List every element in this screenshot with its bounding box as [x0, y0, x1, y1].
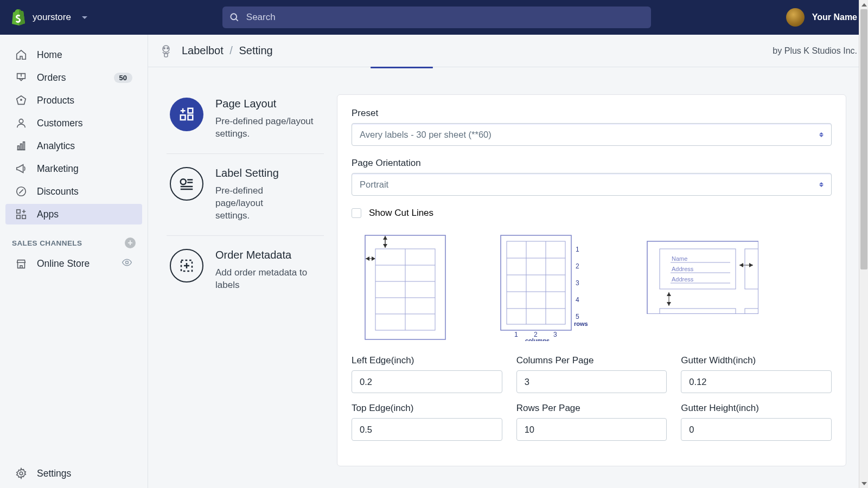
add-channel-button[interactable]: + — [125, 237, 136, 248]
preset-value: Avery labels - 30 per sheet (**60) — [360, 130, 492, 140]
left-edge-label: Left Edge(inch) — [352, 355, 502, 366]
top-edge-label: Top Edge(inch) — [352, 403, 502, 414]
svg-text:3: 3 — [553, 331, 557, 338]
gutter-width-input[interactable] — [681, 370, 832, 393]
svg-text:2: 2 — [576, 262, 579, 270]
rows-input[interactable] — [516, 418, 667, 441]
select-arrows-icon — [819, 182, 824, 187]
svg-rect-17 — [181, 115, 186, 120]
svg-text:5: 5 — [576, 313, 579, 320]
gutter-height-label: Gutter Height(inch) — [681, 403, 832, 414]
marketing-icon — [15, 163, 27, 175]
search-input[interactable] — [246, 12, 644, 23]
svg-text:columns: columns — [525, 337, 550, 341]
page-layout-icon — [170, 98, 203, 131]
svg-text:Address: Address — [672, 266, 694, 272]
svg-text:4: 4 — [576, 296, 579, 304]
svg-line-1 — [235, 19, 238, 21]
diagram-margins — [352, 233, 460, 341]
section-desc: Add order metadata to labels — [215, 267, 321, 292]
store-name: yourstore — [33, 12, 71, 23]
section-page-layout[interactable]: Page Layout Pre-defined page/layout sett… — [167, 94, 324, 154]
sidebar-label: Marketing — [37, 163, 79, 175]
section-desc: Pre-defined page/layout settings. — [215, 115, 321, 140]
svg-point-15 — [167, 47, 168, 48]
sidebar: Home Orders 50 Products Customers Analyt… — [0, 35, 148, 488]
preset-select[interactable]: Avery labels - 30 per sheet (**60) — [352, 123, 832, 146]
svg-rect-5 — [21, 144, 22, 150]
rows-label: Rows Per Page — [516, 403, 667, 414]
top-edge-input[interactable] — [352, 418, 502, 441]
orientation-select[interactable]: Portrait — [352, 173, 832, 196]
svg-text:3: 3 — [576, 279, 579, 287]
scroll-up-arrow[interactable] — [859, 0, 868, 9]
sidebar-label: Orders — [37, 72, 66, 84]
products-icon — [15, 94, 27, 106]
sidebar-item-settings[interactable]: Settings — [5, 463, 142, 484]
columns-label: Columns Per Page — [516, 355, 667, 366]
svg-point-3 — [19, 119, 23, 123]
app-byline: by Plus K Studios Inc. — [773, 46, 857, 56]
svg-point-11 — [126, 261, 129, 264]
user-name: Your Name — [812, 12, 857, 22]
sidebar-item-orders[interactable]: Orders 50 — [5, 67, 142, 88]
breadcrumb-app[interactable]: Labelbot — [182, 44, 224, 56]
caret-down-icon — [82, 16, 87, 19]
section-title: Page Layout — [215, 98, 321, 110]
svg-rect-42 — [501, 235, 571, 330]
settings-sections-nav: Page Layout Pre-defined page/layout sett… — [167, 94, 324, 466]
svg-text:Address: Address — [672, 276, 694, 282]
sidebar-item-analytics[interactable]: Analytics — [5, 136, 142, 156]
show-cut-lines-checkbox[interactable]: Show Cut Lines — [352, 208, 832, 219]
svg-point-14 — [164, 47, 165, 48]
layout-diagrams: 1 2 3 4 5 rows 1 2 3 columns — [352, 233, 832, 341]
gear-icon — [15, 467, 27, 479]
scroll-down-arrow[interactable] — [859, 479, 868, 488]
sidebar-item-discounts[interactable]: Discounts — [5, 181, 142, 202]
gutter-height-input[interactable] — [681, 418, 832, 441]
sidebar-label: Apps — [37, 209, 59, 220]
sidebar-item-products[interactable]: Products — [5, 90, 142, 111]
sidebar-item-customers[interactable]: Customers — [5, 113, 142, 133]
select-arrows-icon — [819, 132, 824, 137]
sidebar-label: Analytics — [37, 140, 75, 152]
sales-channels-label: SALES CHANNELS — [12, 239, 82, 247]
sidebar-item-home[interactable]: Home — [5, 44, 142, 65]
vertical-scrollbar[interactable] — [859, 0, 868, 488]
svg-point-0 — [231, 14, 237, 20]
avatar — [786, 8, 805, 27]
section-order-metadata[interactable]: Order Metadata Add order metadata to lab… — [167, 236, 324, 305]
svg-rect-60 — [647, 241, 758, 314]
columns-input[interactable] — [516, 370, 667, 393]
orders-icon — [15, 72, 27, 84]
sidebar-label: Discounts — [37, 186, 79, 197]
orientation-value: Portrait — [360, 179, 388, 190]
section-desc: Pre-defined page/layout settings. — [215, 185, 280, 222]
checkbox-icon — [352, 208, 361, 218]
app-header: Labelbot / Setting by Plus K Studios Inc… — [148, 35, 868, 67]
svg-text:1: 1 — [576, 246, 579, 253]
section-label-setting[interactable]: Label Setting Pre-defined page/layout se… — [167, 154, 324, 236]
left-edge-input[interactable] — [352, 370, 502, 393]
sidebar-item-marketing[interactable]: Marketing — [5, 158, 142, 179]
sidebar-label: Home — [37, 49, 62, 61]
breadcrumb-page: Setting — [239, 44, 272, 56]
sidebar-label: Products — [37, 95, 74, 106]
active-tab-indicator — [371, 67, 433, 68]
svg-point-2 — [21, 99, 22, 100]
svg-text:1: 1 — [514, 331, 518, 338]
section-title: Order Metadata — [215, 249, 321, 261]
sidebar-item-online-store[interactable]: Online Store — [5, 253, 142, 275]
scroll-thumb[interactable] — [860, 9, 867, 269]
analytics-icon — [15, 140, 27, 152]
order-metadata-icon — [170, 249, 203, 282]
view-store-icon[interactable] — [122, 257, 132, 271]
apps-icon — [15, 208, 27, 220]
search-box[interactable] — [222, 7, 651, 28]
user-menu[interactable]: Your Name — [786, 8, 857, 27]
svg-rect-18 — [188, 115, 193, 120]
sidebar-item-apps[interactable]: Apps — [5, 204, 142, 224]
svg-point-20 — [181, 179, 186, 184]
svg-rect-10 — [17, 215, 20, 219]
store-switcher[interactable]: yourstore — [11, 9, 87, 25]
